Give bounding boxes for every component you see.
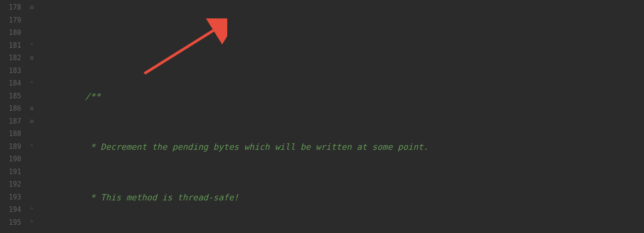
doc-comment: /** — [85, 91, 100, 101]
line-number: 188 — [0, 128, 21, 141]
fold-marker[interactable] — [25, 153, 39, 166]
line-number: 190 — [0, 153, 21, 166]
fold-marker[interactable]: ⌃ — [25, 204, 39, 216]
fold-marker[interactable]: ⊟ — [25, 1, 39, 14]
code-line[interactable]: * This method is thread-safe! — [39, 191, 644, 204]
line-number: 195 — [0, 216, 21, 229]
line-number: 193 — [0, 191, 21, 204]
line-number: 184 — [0, 77, 21, 90]
fold-marker[interactable]: ⌃ — [25, 141, 39, 153]
line-number: 194 — [0, 204, 21, 216]
fold-marker[interactable] — [25, 27, 39, 40]
line-number: 178 — [0, 1, 21, 14]
line-number: 187 — [0, 115, 21, 128]
fold-marker[interactable]: ⊟ — [25, 52, 39, 65]
fold-marker[interactable]: ⌃ — [25, 216, 39, 229]
line-number: 186 — [0, 102, 21, 115]
line-number: 179 — [0, 14, 21, 27]
line-number: 183 — [0, 65, 21, 78]
fold-column: ⊟⌃⊟⌃⊟⊟⌃⌃⌃ — [25, 0, 39, 233]
fold-marker[interactable] — [25, 65, 39, 78]
line-number: 191 — [0, 166, 21, 179]
fold-marker[interactable] — [25, 166, 39, 179]
line-number: 185 — [0, 90, 21, 103]
line-number: 180 — [0, 27, 21, 40]
fold-marker[interactable]: ⌃ — [25, 77, 39, 90]
line-number: 192 — [0, 178, 21, 191]
fold-marker[interactable] — [25, 128, 39, 141]
doc-comment: * Decrement the pending bytes which will… — [85, 142, 428, 152]
line-number-gutter: 1781791801811821831841851861871881891901… — [0, 0, 25, 233]
fold-marker[interactable]: ⊟ — [25, 102, 39, 115]
doc-comment: * This method is thread-safe! — [85, 193, 239, 202]
fold-marker[interactable] — [25, 178, 39, 191]
code-line[interactable]: * Decrement the pending bytes which will… — [39, 141, 644, 153]
code-area[interactable]: /** * Decrement the pending bytes which … — [39, 0, 644, 233]
code-line[interactable]: /** — [39, 90, 644, 103]
fold-marker[interactable] — [25, 191, 39, 204]
line-number: 189 — [0, 141, 21, 153]
annotation-arrow-icon — [98, 18, 227, 80]
fold-marker[interactable]: ⌃ — [25, 40, 39, 52]
code-editor[interactable]: 1781791801811821831841851861871881891901… — [0, 0, 644, 233]
line-number: 182 — [0, 52, 21, 65]
fold-marker[interactable]: ⊟ — [25, 115, 39, 128]
fold-marker[interactable] — [25, 90, 39, 103]
line-number: 181 — [0, 40, 21, 52]
svg-line-0 — [144, 28, 218, 74]
fold-marker[interactable] — [25, 14, 39, 27]
